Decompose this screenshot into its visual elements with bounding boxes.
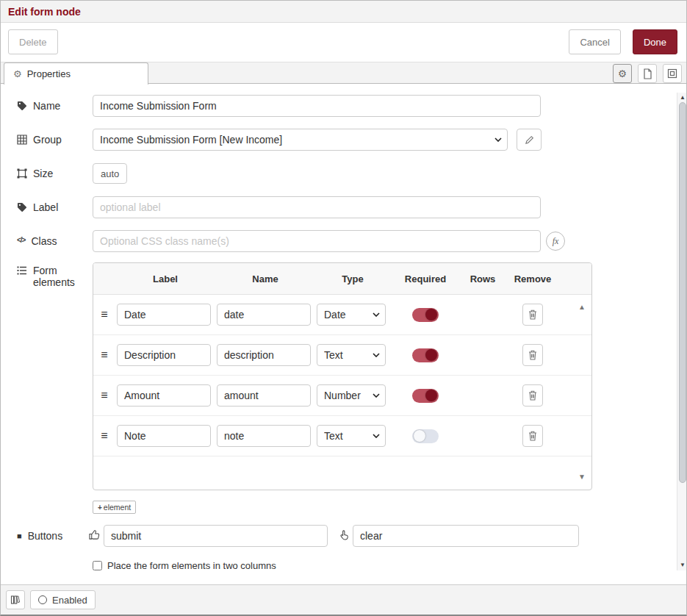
scroll-down-icon[interactable]: ▼	[677, 560, 687, 570]
element-name-input[interactable]	[217, 425, 311, 447]
add-element-button[interactable]: + element	[93, 501, 136, 514]
required-toggle[interactable]	[412, 348, 439, 362]
drag-handle-icon[interactable]: ≡	[93, 348, 115, 362]
table-scroll-down-icon[interactable]: ▼	[578, 473, 586, 481]
cancel-button[interactable]: Cancel	[569, 29, 620, 54]
two-columns-row: Place the form elements in two columns	[93, 560, 276, 571]
code-icon: </>	[17, 236, 25, 244]
pencil-icon	[525, 135, 534, 145]
size-field-label: Size	[17, 168, 53, 179]
drag-handle-icon[interactable]: ≡	[93, 389, 115, 402]
tab-icon-buttons: ⚙	[613, 64, 682, 83]
element-label-input[interactable]	[117, 425, 211, 447]
square-icon: ■	[17, 531, 22, 541]
group-select-wrap: Income Submission Form [New Income]	[93, 129, 508, 151]
header-required: Required	[390, 273, 461, 284]
pointing-hand-icon	[339, 529, 350, 543]
done-button[interactable]: Done	[633, 29, 677, 54]
element-name-input[interactable]	[217, 384, 311, 407]
element-label-input[interactable]	[117, 304, 211, 326]
submit-button-label-input[interactable]	[104, 525, 328, 547]
table-row: ≡ Text	[93, 416, 591, 456]
delete-row-button[interactable]	[522, 344, 543, 366]
size-button[interactable]: auto	[93, 163, 127, 184]
drag-handle-icon[interactable]: ≡	[93, 429, 115, 443]
table-scroll-up-icon[interactable]: ▲	[578, 304, 586, 311]
tab-properties[interactable]: ⚙ Properties	[4, 62, 148, 85]
tabbar: ⚙ Properties ⚙	[1, 62, 686, 84]
gear-icon: ⚙	[13, 68, 22, 79]
required-toggle[interactable]	[412, 389, 439, 403]
dialog-titlebar: Edit form node	[1, 1, 686, 23]
header-label: Label	[115, 273, 215, 284]
clear-button-label-input[interactable]	[353, 525, 579, 547]
library-button[interactable]	[6, 590, 25, 609]
element-name-input[interactable]	[217, 304, 311, 326]
table-header: Label Name Type Required Rows Remove	[93, 263, 591, 295]
tag-icon	[17, 202, 27, 212]
element-name-input[interactable]	[217, 344, 311, 366]
delete-row-button[interactable]	[522, 384, 543, 407]
add-element-label: element	[104, 503, 131, 512]
fx-icon: fx	[553, 236, 559, 247]
scrollbar-thumb[interactable]	[679, 102, 686, 483]
trash-icon	[528, 431, 537, 441]
node-settings-button[interactable]: ⚙	[613, 64, 632, 83]
properties-panel: Name Group Income Submission Form [New I…	[1, 85, 686, 587]
trash-icon	[528, 309, 537, 320]
toggle-knob	[425, 349, 437, 361]
class-input[interactable]	[93, 230, 541, 252]
label-field-label: Label	[17, 201, 58, 213]
table-row: ≡ Number	[93, 376, 591, 416]
main-scrollbar: ▲ ▼	[677, 93, 687, 570]
group-select[interactable]: Income Submission Form [New Income]	[93, 129, 508, 151]
dialog-actionbar: Delete Cancel Done	[1, 24, 686, 62]
name-input[interactable]	[93, 95, 541, 117]
enabled-toggle-button[interactable]: Enabled	[30, 590, 96, 609]
buttons-field-label: ■ Buttons	[17, 530, 62, 542]
header-rows: Rows	[461, 273, 505, 284]
trash-icon	[528, 350, 537, 360]
name-field-label: Name	[17, 100, 60, 112]
appearance-button[interactable]	[663, 64, 682, 83]
scroll-up-icon[interactable]: ▲	[677, 93, 687, 103]
description-button[interactable]	[638, 64, 657, 83]
gear-icon: ⚙	[618, 68, 627, 79]
grid-icon	[17, 135, 27, 145]
delete-button[interactable]: Delete	[8, 29, 58, 54]
dialog-title: Edit form node	[8, 6, 81, 18]
group-field-label: Group	[17, 134, 62, 146]
class-field-label: </> Class	[17, 235, 57, 247]
frame-icon	[667, 68, 677, 79]
toggle-knob	[425, 309, 437, 320]
element-label-input[interactable]	[117, 344, 211, 366]
tag-icon	[17, 101, 27, 111]
edit-form-node-dialog: Edit form node Delete Cancel Done ⚙ Prop…	[0, 0, 687, 616]
form-elements-table: Label Name Type Required Rows Remove ≡ D…	[93, 262, 592, 490]
delete-row-button[interactable]	[522, 304, 543, 326]
element-type-select[interactable]: Date	[317, 304, 386, 326]
required-toggle[interactable]	[412, 308, 439, 322]
size-frame-icon	[17, 168, 27, 179]
label-input[interactable]	[93, 196, 541, 218]
two-columns-checkbox[interactable]	[93, 561, 102, 570]
element-type-select[interactable]: Text	[317, 425, 386, 447]
element-label-input[interactable]	[117, 384, 211, 407]
table-row: ≡ Date	[93, 295, 591, 335]
two-columns-label: Place the form elements in two columns	[107, 560, 276, 571]
delete-row-button[interactable]	[522, 425, 543, 447]
class-expression-button[interactable]: fx	[546, 232, 565, 251]
header-name: Name	[215, 273, 315, 284]
element-type-select[interactable]: Text	[317, 344, 386, 366]
trash-icon	[528, 390, 537, 401]
form-elements-field-label: Form elements	[17, 265, 84, 288]
drag-handle-icon[interactable]: ≡	[93, 308, 115, 321]
toggle-knob	[414, 430, 425, 442]
dialog-actions-right: Cancel Done	[569, 29, 677, 54]
edit-group-button[interactable]	[517, 129, 542, 151]
required-toggle[interactable]	[412, 429, 439, 443]
header-type: Type	[315, 273, 390, 284]
library-icon	[10, 595, 21, 605]
element-type-select[interactable]: Number	[317, 384, 386, 407]
toggle-knob	[425, 390, 437, 401]
